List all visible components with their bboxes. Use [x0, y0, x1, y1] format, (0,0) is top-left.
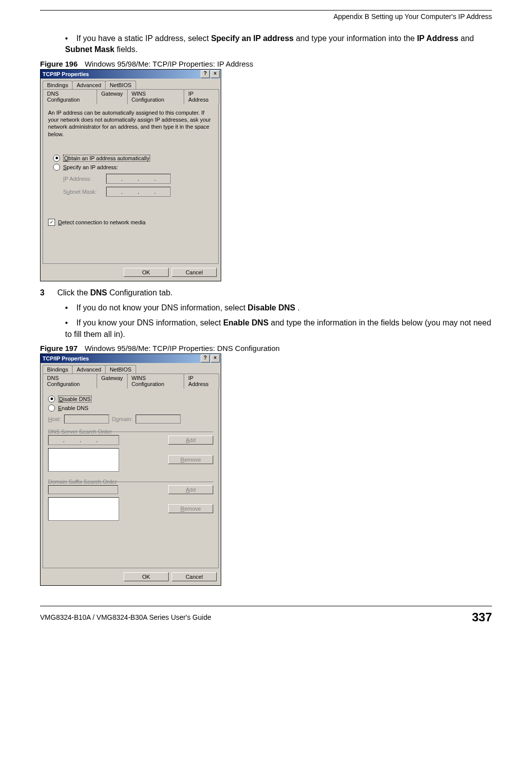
tab-advanced[interactable]: Advanced: [72, 365, 106, 373]
text: btain an IP address automatically: [69, 155, 150, 161]
tab-wins[interactable]: WINS Configuration: [127, 89, 185, 104]
text: O: [64, 155, 69, 161]
tab-bindings[interactable]: Bindings: [43, 81, 73, 89]
tab-gateway[interactable]: Gateway: [97, 373, 127, 389]
text: isable DNS: [63, 396, 91, 402]
host-field: [64, 415, 109, 424]
add-suffix-button: Add: [168, 485, 213, 494]
radio-icon: [48, 405, 55, 412]
text: etect connection to network media: [62, 219, 146, 225]
text: fields.: [117, 45, 138, 54]
figure-number: Figure 197: [40, 344, 78, 352]
tab-netbios[interactable]: NetBIOS: [105, 81, 136, 89]
subnet-mask-label: Subnet Mask:: [63, 189, 103, 195]
close-button[interactable]: ×: [211, 70, 220, 78]
subnet-mask-field: ...: [106, 187, 171, 197]
figure-196-caption: Figure 196 Windows 95/98/Me: TCP/IP Prop…: [40, 60, 492, 68]
radio-icon: [53, 164, 60, 171]
text-bold: DNS: [90, 288, 107, 297]
close-button[interactable]: ×: [211, 354, 220, 362]
figure-number: Figure 196: [40, 60, 78, 68]
text: and: [460, 34, 474, 43]
ip-address-field: ...: [106, 174, 171, 184]
ip-address-label: IP Address:: [63, 176, 103, 182]
text: pecify an IP address:: [67, 164, 118, 170]
tab-ip-address[interactable]: IP Address: [184, 89, 219, 104]
text: Click the: [57, 288, 90, 297]
figure-title: Windows 95/98/Me: TCP/IP Properties: IP …: [85, 60, 253, 68]
text: If you know your DNS information, select: [76, 318, 223, 327]
help-button[interactable]: ?: [201, 70, 210, 78]
dns-list: [48, 448, 119, 472]
radio-icon: [48, 396, 55, 403]
text: .: [297, 303, 299, 312]
tab-dns[interactable]: DNS Configuration: [43, 89, 97, 104]
cancel-button[interactable]: Cancel: [172, 268, 217, 277]
domain-suffix-label: Domain Suffix Search Order: [48, 479, 117, 485]
text-bold: Disable DNS: [248, 303, 295, 312]
text-bold: Subnet Mask: [65, 45, 115, 54]
radio-enable-dns[interactable]: Enable DNS: [48, 405, 213, 412]
dns-ip-field: ...: [48, 435, 119, 445]
domain-label: Domain:: [112, 416, 133, 422]
tcpip-dialog-ip: TCP/IP Properties ? × Bindings Advanced …: [40, 69, 221, 281]
ok-button[interactable]: OK: [124, 572, 169, 581]
footer-page-number: 337: [472, 610, 492, 624]
window-title: TCP/IP Properties: [42, 70, 200, 79]
tcpip-dialog-dns: TCP/IP Properties ? × Bindings Advanced …: [40, 353, 221, 586]
tab-bindings[interactable]: Bindings: [43, 365, 73, 373]
bullet-enable-dns: • If you know your DNS information, sele…: [65, 317, 492, 340]
suffix-list: [48, 497, 119, 521]
text: If you have a static IP address, select: [76, 34, 211, 43]
text-bold: Specify an IP address: [211, 34, 294, 43]
ip-description: An IP address can be automatically assig…: [48, 109, 213, 138]
step-3: 3 Click the DNS Configuration tab.: [40, 288, 492, 297]
tab-ip-address[interactable]: IP Address: [184, 373, 219, 389]
help-button[interactable]: ?: [201, 354, 210, 362]
tab-wins[interactable]: WINS Configuration: [127, 373, 185, 389]
radio-disable-dns[interactable]: Disable DNS: [48, 396, 213, 403]
text-bold: IP Address: [417, 34, 458, 43]
text: D: [58, 219, 62, 225]
window-title: TCP/IP Properties: [42, 354, 200, 363]
host-label: Host:: [48, 416, 61, 422]
add-dns-button: Add: [168, 436, 213, 445]
ok-button[interactable]: OK: [124, 268, 169, 277]
text: and type your information into the: [296, 34, 417, 43]
footer-guide-name: VMG8324-B10A / VMG8324-B30A Series User'…: [40, 613, 211, 621]
checkbox-icon: ✓: [48, 219, 55, 226]
page-footer: VMG8324-B10A / VMG8324-B30A Series User'…: [40, 606, 492, 624]
bullet-disable-dns: • If you do not know your DNS informatio…: [65, 302, 492, 313]
tab-dns[interactable]: DNS Configuration: [43, 373, 97, 389]
cancel-button[interactable]: Cancel: [172, 572, 217, 581]
figure-title: Windows 95/98/Me: TCP/IP Properties: DNS…: [85, 344, 280, 352]
tab-advanced[interactable]: Advanced: [72, 81, 106, 89]
dns-order-label: DNS Server Search Order: [48, 429, 112, 435]
text: nable DNS: [62, 405, 88, 411]
tab-gateway[interactable]: Gateway: [97, 89, 127, 104]
radio-specify-ip[interactable]: Specify an IP address:: [53, 164, 209, 171]
checkbox-detect-media[interactable]: ✓ Detect connection to network media: [48, 219, 213, 226]
radio-icon: [53, 155, 60, 162]
radio-obtain-auto[interactable]: Obtain an IP address automatically: [53, 155, 209, 162]
remove-suffix-button: Remove: [168, 504, 213, 513]
domain-field: [136, 415, 181, 424]
text: If you do not know your DNS information,…: [76, 303, 247, 312]
suffix-field: [48, 485, 118, 494]
text: D: [59, 396, 63, 402]
header-appendix: Appendix B Setting up Your Computer's IP…: [40, 13, 492, 21]
text-bold: Enable DNS: [223, 318, 269, 327]
titlebar[interactable]: TCP/IP Properties ? ×: [41, 70, 221, 79]
tab-netbios[interactable]: NetBIOS: [105, 365, 136, 373]
step-number: 3: [40, 288, 55, 297]
figure-197-caption: Figure 197 Windows 95/98/Me: TCP/IP Prop…: [40, 344, 492, 352]
titlebar[interactable]: TCP/IP Properties ? ×: [41, 354, 221, 363]
text: Configuration tab.: [109, 288, 172, 297]
remove-dns-button: Remove: [168, 455, 213, 464]
bullet-static-ip: • If you have a static IP address, selec…: [65, 33, 492, 56]
